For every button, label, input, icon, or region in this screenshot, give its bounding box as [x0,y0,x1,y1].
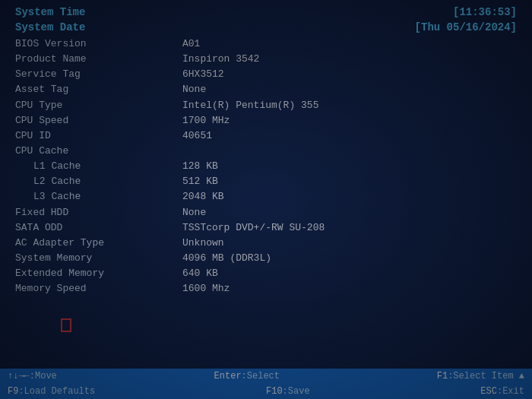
info-row: L1 Cache128 KB [15,159,517,174]
enter-desc: :Select [242,371,280,382]
bottom-bar-row2: F9:Load Defaults F10:Save ESC:Exit [0,384,532,399]
info-row: Service Tag6HX3512 [15,67,517,82]
field-label: Memory Speed [15,281,182,296]
esc-key: ESC [480,386,497,397]
field-value: None [182,82,517,97]
nav-select: Enter:Select [214,371,280,382]
f9-desc: :Load Defaults [18,386,95,397]
field-label: Asset Tag [15,82,182,97]
field-value: 6HX3512 [182,67,517,82]
field-label: Fixed HDD [15,205,182,220]
field-value: 2048 KB [182,189,517,204]
info-row: Memory Speed1600 Mhz [15,281,517,296]
field-value: 1700 MHz [182,113,517,128]
field-value: Unknown [182,236,517,251]
info-row: CPU TypeIntel(R) Pentium(R) 355 [15,98,517,113]
field-value: Intel(R) Pentium(R) 355 [182,98,517,113]
system-date-row: System Date [Thu 05/16/2024] [15,21,517,33]
field-value: 512 KB [182,174,517,189]
f10-key: F10 [266,386,283,397]
system-date-value: [Thu 05/16/2024] [415,21,517,33]
bios-screen: System Time [11:36:53] System Date [Thu … [0,0,532,399]
field-label: CPU Cache [15,144,182,159]
info-row: Product NameInspiron 3542 [15,52,517,67]
move-key: ↑↓→← [8,371,30,382]
bottom-bar-row1: ↑↓→←:Move Enter:Select F1:Select Item ▲ [0,369,532,384]
system-date-label: System Date [15,21,85,33]
f9-key: F9 [8,386,18,397]
info-row: Fixed HDDNone [15,205,517,220]
info-row: L3 Cache2048 KB [15,189,517,204]
field-value [182,144,517,159]
cursor-indicator [61,318,71,332]
field-value: A01 [182,36,517,52]
f1-key: F1 [437,371,448,382]
bios-info-table: BIOS VersionA01Product NameInspiron 3542… [15,36,517,296]
info-row: SATA ODDTSSTcorp DVD+/-RW SU-208 [15,220,517,236]
info-row: L2 Cache512 KB [15,174,517,189]
field-label: CPU ID [15,128,182,144]
field-label: AC Adapter Type [15,236,182,251]
info-row: Asset TagNone [15,82,517,97]
info-row: CPU ID40651 [15,128,517,144]
bios-main-content: System Time [11:36:53] System Date [Thu … [0,0,532,369]
nav-f9: F9:Load Defaults [8,386,95,397]
field-value: None [182,205,517,220]
info-row: CPU Cache [15,144,517,159]
field-value: TSSTcorp DVD+/-RW SU-208 [182,220,517,236]
field-value: Inspiron 3542 [182,52,517,67]
field-label: L3 Cache [15,189,182,204]
field-label: CPU Type [15,98,182,113]
field-value: 1600 Mhz [182,281,517,296]
nav-esc: ESC:Exit [480,386,524,397]
nav-f10: F10:Save [266,386,310,397]
f1-desc: :Select Item ▲ [448,371,524,382]
enter-key: Enter [214,371,242,382]
system-time-value: [11:36:53] [453,6,517,18]
info-row: AC Adapter TypeUnknown [15,236,517,251]
field-label: Product Name [15,52,182,67]
field-value: 40651 [182,128,517,144]
field-label: CPU Speed [15,113,182,128]
field-value: 128 KB [182,159,517,174]
esc-desc: :Exit [497,386,524,397]
field-label: SATA ODD [15,220,182,236]
f10-desc: :Save [283,386,310,397]
system-time-label: System Time [15,6,85,18]
field-label: Extended Memory [15,266,182,281]
field-label: L1 Cache [15,159,182,174]
info-row: System Memory4096 MB (DDR3L) [15,251,517,266]
info-row: Extended Memory640 KB [15,266,517,281]
info-row: BIOS VersionA01 [15,36,517,52]
nav-f1: F1:Select Item ▲ [437,371,524,382]
system-time-row: System Time [11:36:53] [15,6,517,18]
nav-move: ↑↓→←:Move [8,371,57,382]
info-row: CPU Speed1700 MHz [15,113,517,128]
field-label: L2 Cache [15,174,182,189]
move-desc: :Move [30,371,57,382]
field-label: System Memory [15,251,182,266]
field-value: 640 KB [182,266,517,281]
field-label: BIOS Version [15,36,182,52]
field-label: Service Tag [15,67,182,82]
field-value: 4096 MB (DDR3L) [182,251,517,266]
